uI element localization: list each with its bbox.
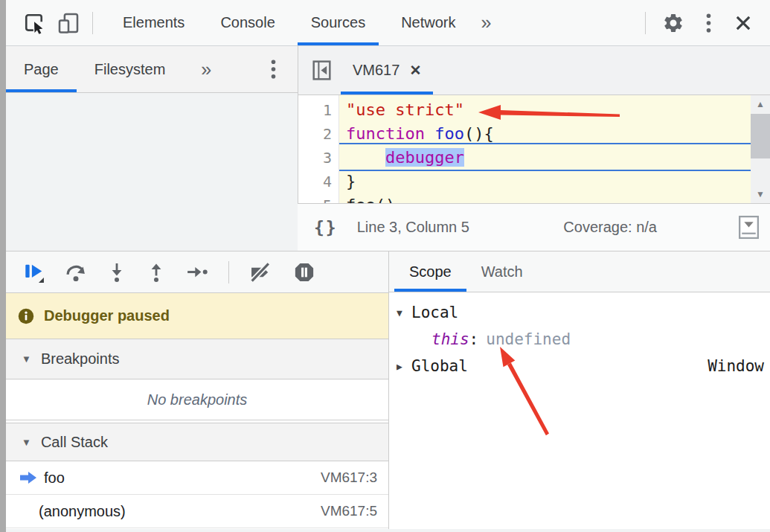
code-line-3: debugger bbox=[339, 146, 751, 170]
debugger-paused-banner: Debugger paused bbox=[6, 293, 388, 339]
function-name: foo bbox=[434, 124, 464, 143]
scope-tree: ▼ Local this: undefined ▶ Global Window bbox=[389, 292, 770, 379]
code-line-1: "use strict" bbox=[339, 98, 751, 122]
step-out-button[interactable] bbox=[147, 261, 166, 283]
expand-triangle-icon[interactable]: ▶ bbox=[397, 361, 408, 372]
navigator-tab-page[interactable]: Page bbox=[6, 46, 77, 92]
debugger-toolbar bbox=[6, 251, 388, 293]
tab-scope[interactable]: Scope bbox=[394, 251, 466, 292]
code-line-5: foo() bbox=[339, 193, 751, 203]
tab-sources[interactable]: Sources bbox=[293, 0, 383, 45]
hide-navigator-button[interactable] bbox=[310, 58, 333, 83]
line-number[interactable]: 2 bbox=[298, 122, 339, 146]
property-value: undefined bbox=[486, 330, 571, 348]
scope-local-row[interactable]: ▼ Local bbox=[389, 299, 770, 326]
hide-navigator-icon bbox=[310, 58, 333, 83]
scope-global-row[interactable]: ▶ Global Window bbox=[389, 353, 770, 379]
code-area[interactable]: "use strict" function foo(){ debugger } … bbox=[339, 95, 751, 203]
frame-function-name: foo bbox=[44, 469, 65, 487]
collapse-triangle-icon[interactable]: ▼ bbox=[22, 437, 31, 448]
pause-on-exceptions-icon bbox=[293, 261, 315, 283]
scope-sidebar: Scope Watch ▼ Local this: undefined ▶ Gl… bbox=[388, 251, 770, 529]
step-into-icon bbox=[107, 261, 126, 283]
sources-navigator-tabbar: Page Filesystem » bbox=[6, 46, 298, 93]
scrollbar-up-icon[interactable]: ▲ bbox=[751, 99, 770, 109]
toolbar-separator bbox=[645, 12, 646, 34]
pause-on-exceptions-button[interactable] bbox=[293, 261, 315, 283]
cursor-position: Line 3, Column 5 bbox=[357, 219, 469, 236]
tab-console[interactable]: Console bbox=[202, 0, 292, 45]
collapse-triangle-icon[interactable]: ▼ bbox=[397, 307, 408, 318]
more-navigator-tabs-icon[interactable]: » bbox=[193, 59, 219, 80]
scrollbar-down-icon[interactable]: ▼ bbox=[751, 189, 770, 199]
close-devtools-button[interactable] bbox=[733, 13, 754, 33]
editor-tab-label: VM617 bbox=[353, 62, 400, 79]
show-drawer-button[interactable] bbox=[737, 214, 760, 240]
customize-menu-button[interactable] bbox=[705, 13, 712, 33]
tab-elements[interactable]: Elements bbox=[105, 0, 202, 45]
scope-this-property[interactable]: this: undefined bbox=[389, 326, 770, 353]
string-literal: "use strict" bbox=[346, 100, 464, 119]
bottom-edge-strip bbox=[6, 529, 770, 532]
scrollbar-thumb[interactable] bbox=[751, 114, 770, 158]
line-number[interactable]: 4 bbox=[298, 170, 339, 193]
close-tab-icon[interactable]: ✕ bbox=[409, 62, 421, 79]
call-stack-frame-anonymous[interactable]: (anonymous) VM617:5 bbox=[6, 495, 388, 528]
breakpoints-title: Breakpoints bbox=[41, 350, 120, 368]
frame-location: VM617:3 bbox=[321, 469, 377, 486]
call-stack-frame-foo[interactable]: foo VM617:3 bbox=[6, 461, 388, 495]
paused-message: Debugger paused bbox=[44, 307, 170, 324]
line-number[interactable]: 3 bbox=[298, 146, 339, 170]
scope-tabbar: Scope Watch bbox=[389, 251, 770, 292]
settings-button[interactable] bbox=[662, 12, 684, 34]
tab-network[interactable]: Network bbox=[383, 0, 473, 45]
gear-icon bbox=[662, 12, 684, 34]
step-over-icon bbox=[65, 261, 87, 283]
toolbar-separator bbox=[228, 261, 229, 283]
device-toolbar-icon bbox=[57, 11, 80, 35]
code-line-2: function foo(){ bbox=[339, 122, 751, 146]
scope-global-value: Window bbox=[708, 357, 764, 375]
collapse-triangle-icon[interactable]: ▼ bbox=[22, 353, 31, 365]
call-stack-section-header[interactable]: ▼ Call Stack bbox=[6, 423, 388, 461]
editor-status-bar: {} Line 3, Column 5 Coverage: n/a bbox=[298, 203, 770, 251]
more-tabs-icon[interactable]: » bbox=[474, 12, 499, 33]
devtools-window: Elements Console Sources Network » Page … bbox=[0, 0, 770, 532]
step-icon bbox=[186, 263, 208, 282]
no-breakpoints-message: No breakpoints bbox=[6, 379, 388, 420]
vertical-dots-icon bbox=[270, 59, 277, 80]
tab-watch[interactable]: Watch bbox=[466, 251, 538, 292]
scope-global-label: Global bbox=[411, 357, 468, 375]
editor-tabbar: VM617 ✕ bbox=[298, 46, 770, 95]
debugger-sidebar: Debugger paused ▼ Breakpoints No breakpo… bbox=[6, 251, 388, 529]
deactivate-breakpoints-icon bbox=[249, 261, 273, 283]
code-text: foo() bbox=[346, 196, 395, 203]
step-over-button[interactable] bbox=[65, 261, 87, 283]
code-indent bbox=[346, 148, 385, 167]
resume-script-button[interactable] bbox=[22, 261, 45, 283]
line-number[interactable]: 5 bbox=[298, 193, 339, 203]
navigator-tab-filesystem[interactable]: Filesystem bbox=[77, 46, 184, 92]
line-number[interactable]: 1 bbox=[298, 98, 339, 122]
step-button[interactable] bbox=[186, 263, 208, 282]
breakpoints-section-header[interactable]: ▼ Breakpoints bbox=[6, 339, 388, 379]
source-code-editor[interactable]: 1 2 3 4 5 "use strict" function foo(){ d… bbox=[298, 95, 770, 203]
code-text bbox=[425, 124, 434, 143]
deactivate-breakpoints-button[interactable] bbox=[249, 261, 273, 283]
current-frame-arrow-icon bbox=[19, 470, 38, 485]
call-stack-title: Call Stack bbox=[41, 434, 108, 451]
editor-scrollbar[interactable]: ▲ ▼ bbox=[751, 95, 770, 203]
navigator-menu-button[interactable] bbox=[270, 59, 277, 80]
frame-function-name: (anonymous) bbox=[39, 503, 126, 520]
editor-tab-vm617[interactable]: VM617 ✕ bbox=[341, 46, 433, 94]
pretty-print-button[interactable]: {} bbox=[314, 218, 338, 237]
device-toolbar-button[interactable] bbox=[57, 11, 80, 35]
step-into-button[interactable] bbox=[107, 261, 126, 283]
keyword-debugger-selected: debugger bbox=[385, 148, 464, 167]
inspect-element-button[interactable] bbox=[22, 11, 46, 35]
coverage-status: Coverage: n/a bbox=[563, 219, 657, 236]
line-number-gutter[interactable]: 1 2 3 4 5 bbox=[298, 95, 339, 203]
window-edge-strip bbox=[0, 0, 6, 532]
resume-icon bbox=[22, 261, 45, 283]
vertical-dots-icon bbox=[705, 13, 712, 33]
